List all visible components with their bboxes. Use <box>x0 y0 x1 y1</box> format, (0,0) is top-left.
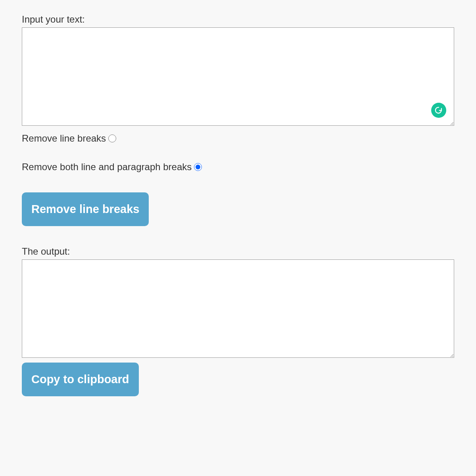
input-label: Input your text: <box>22 14 454 25</box>
output-section: The output: <box>22 246 454 358</box>
input-textarea-wrapper <box>22 27 454 126</box>
radio-label-remove-line-breaks: Remove line breaks <box>22 133 106 144</box>
radio-option-remove-line-breaks: Remove line breaks <box>22 133 454 144</box>
output-label: The output: <box>22 246 454 257</box>
radio-remove-line-breaks[interactable] <box>108 134 116 142</box>
radio-label-remove-both: Remove both line and paragraph breaks <box>22 161 192 173</box>
radio-option-remove-both: Remove both line and paragraph breaks <box>22 161 454 173</box>
radio-remove-both[interactable] <box>194 163 202 171</box>
remove-line-breaks-button[interactable]: Remove line breaks <box>22 192 149 226</box>
input-textarea[interactable] <box>22 27 454 126</box>
output-textarea[interactable] <box>22 259 454 358</box>
copy-to-clipboard-button[interactable]: Copy to clipboard <box>22 363 139 396</box>
